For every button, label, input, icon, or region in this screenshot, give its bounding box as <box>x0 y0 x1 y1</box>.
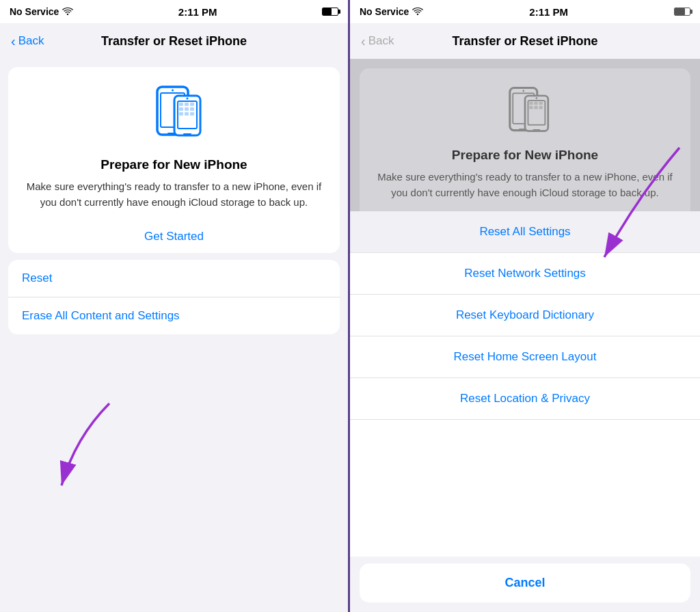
left-main-content: Prepare for New iPhone Make sure everyth… <box>0 59 348 612</box>
left-prepare-card-inner: Prepare for New iPhone Make sure everyth… <box>8 67 340 253</box>
svg-rect-33 <box>533 129 541 131</box>
left-get-started-button[interactable]: Get Started <box>131 220 217 253</box>
left-nav-bar: ‹ Back Transfer or Reset iPhone <box>0 23 348 59</box>
left-nav-title: Transfer or Reset iPhone <box>101 34 247 49</box>
left-status-left: No Service <box>10 6 73 17</box>
svg-point-19 <box>417 14 418 15</box>
svg-rect-12 <box>190 107 194 111</box>
svg-rect-27 <box>534 102 537 105</box>
right-battery-icon <box>674 8 690 16</box>
left-back-button[interactable]: ‹ Back <box>11 34 44 48</box>
right-cancel-button[interactable]: Cancel <box>360 563 690 602</box>
svg-point-32 <box>536 97 538 99</box>
svg-rect-7 <box>179 103 183 106</box>
left-prepare-desc: Make sure everything's ready to transfer… <box>22 179 326 210</box>
left-prepare-title: Prepare for New iPhone <box>100 157 247 172</box>
left-phones-svg <box>137 83 212 145</box>
left-erase-item[interactable]: Erase All Content and Settings <box>8 297 340 334</box>
right-reset-options: Reset All Settings Reset Network Setting… <box>350 211 700 557</box>
right-nav-bar: ‹ Back Transfer or Reset iPhone <box>350 23 700 59</box>
right-nav-title: Transfer or Reset iPhone <box>452 34 597 49</box>
right-reset-keyboard[interactable]: Reset Keyboard Dictionary <box>350 295 700 336</box>
left-status-right <box>322 8 338 16</box>
svg-rect-10 <box>179 107 183 111</box>
svg-point-22 <box>522 90 524 92</box>
svg-point-3 <box>172 90 174 92</box>
right-dimmed-section: Prepare for New iPhone Make sure everyth… <box>350 59 700 211</box>
right-cancel-area: Cancel <box>350 557 700 612</box>
left-back-chevron: ‹ <box>11 34 16 48</box>
right-back-button: ‹ Back <box>361 34 394 48</box>
right-phones-svg <box>491 85 559 139</box>
right-time: 2:11 PM <box>529 6 568 18</box>
svg-rect-11 <box>185 107 189 111</box>
right-reset-location[interactable]: Reset Location & Privacy <box>350 378 700 420</box>
svg-rect-31 <box>539 106 542 109</box>
right-reset-all-settings[interactable]: Reset All Settings <box>350 211 700 253</box>
right-prepare-desc: Make sure everything's ready to transfer… <box>373 170 677 200</box>
left-no-service: No Service <box>10 6 59 17</box>
left-reset-list-card: Reset Erase All Content and Settings <box>8 260 340 334</box>
right-prepare-title: Prepare for New iPhone <box>452 148 598 163</box>
right-no-service: No Service <box>360 6 409 17</box>
left-battery-icon <box>322 8 338 16</box>
left-status-bar: No Service 2:11 PM <box>0 0 348 23</box>
svg-point-16 <box>186 98 188 100</box>
left-phone-panel: No Service 2:11 PM ‹ Back Transfer or Re… <box>0 0 350 612</box>
left-phone-icon-area <box>137 83 212 148</box>
left-prepare-card: Prepare for New iPhone Make sure everyth… <box>8 67 340 253</box>
right-prepare-card-dimmed: Prepare for New iPhone Make sure everyth… <box>360 68 690 211</box>
svg-rect-26 <box>529 102 533 105</box>
svg-rect-9 <box>190 103 194 106</box>
svg-rect-15 <box>190 112 194 116</box>
right-phone-panel: No Service 2:11 PM ‹ Back Transfer or Re… <box>350 0 700 612</box>
right-back-chevron: ‹ <box>361 34 366 48</box>
svg-rect-29 <box>529 106 533 109</box>
svg-rect-8 <box>185 103 189 106</box>
right-status-bar: No Service 2:11 PM <box>350 0 700 23</box>
right-main-content: Prepare for New iPhone Make sure everyth… <box>350 59 700 612</box>
left-back-label: Back <box>18 34 44 48</box>
svg-rect-14 <box>185 112 189 116</box>
svg-rect-28 <box>539 102 542 105</box>
svg-rect-13 <box>179 112 183 116</box>
svg-rect-17 <box>183 133 191 135</box>
svg-point-0 <box>67 14 68 15</box>
right-reset-network[interactable]: Reset Network Settings <box>350 253 700 295</box>
right-status-left: No Service <box>360 6 423 17</box>
right-status-right <box>674 8 690 16</box>
right-wifi-icon <box>412 6 423 17</box>
left-wifi-icon <box>62 6 73 17</box>
right-reset-home-screen[interactable]: Reset Home Screen Layout <box>350 336 700 378</box>
left-reset-item[interactable]: Reset <box>8 260 340 297</box>
right-back-label: Back <box>368 34 394 48</box>
left-time: 2:11 PM <box>178 6 217 18</box>
svg-rect-30 <box>534 106 537 109</box>
